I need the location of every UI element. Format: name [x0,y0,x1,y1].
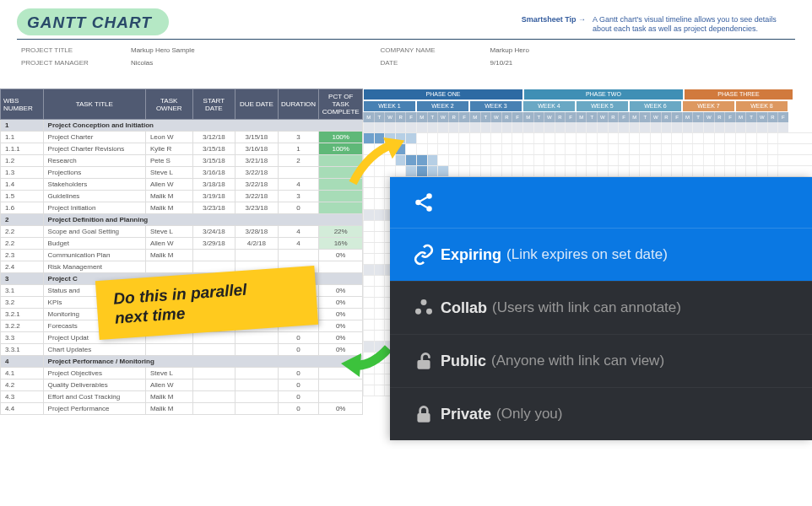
phase-label: PHASE ONE [363,89,523,100]
day-label: T [480,112,491,122]
tip-label: Smartsheet Tip → [522,15,586,24]
table-row[interactable]: 2.3Communication PlanMalik M0% [1,250,363,261]
tip: Smartsheet Tip → A Gantt chart's visual … [522,15,787,34]
table-row[interactable]: 1.1Project CharterLeon W3/12/183/15/1831… [1,132,363,143]
col-wbs: WBS NUMBER [1,89,44,120]
table-row[interactable]: 3.3.1Chart Updates00% [1,344,363,356]
lock-icon [407,403,441,425]
table-row[interactable]: 4Project Performance / Monitoring [1,356,363,368]
share-label: Private [441,406,491,423]
day-label: R [501,112,512,122]
day-label: F [565,112,576,122]
day-label: F [618,112,629,122]
day-label: M [363,112,374,122]
day-label: M [416,112,427,122]
day-label: W [756,112,767,122]
share-header[interactable] [390,177,812,228]
table-row[interactable]: 4.2Quality DeliverablesAllen W0 [1,380,363,391]
day-label: R [714,112,725,122]
table-row[interactable]: 1.5GuidelinesMalik M3/19/183/22/183 [1,191,363,202]
day-label: T [586,112,597,122]
day-label: R [555,112,566,122]
share-desc: (Only you) [496,406,562,423]
day-label: T [692,112,703,122]
table-row[interactable]: 1.6Project InitiationMalik M3/23/183/23/… [1,202,363,214]
col-due: DUE DATE [235,89,279,120]
collab-icon [407,297,441,319]
day-label: R [395,112,406,122]
day-label: W [703,112,714,122]
share-label: Collab [441,299,487,317]
day-label: F [512,112,522,122]
share-desc: (Link expires on set date) [506,246,668,263]
svg-point-0 [426,193,432,199]
table-row[interactable]: 4.4Project PerformanceMalik M00% [1,403,363,415]
day-label: R [661,112,672,122]
day-label: T [533,112,544,122]
col-pct: PCT OF TASK COMPLETE [319,89,363,120]
col-start: START DATE [192,89,235,120]
col-task: TASK TITLE [43,89,145,120]
meta-label: PROJECT MANAGER [21,59,106,67]
day-label: F [777,112,788,122]
share-label: Public [441,353,486,370]
day-label: M [576,112,587,122]
gantt-row [363,144,812,155]
share-desc: (Users with link can annotate) [492,299,681,316]
share-option-expiring[interactable]: Expiring (Link expires on set date) [390,228,812,281]
svg-rect-6 [417,360,430,369]
svg-point-3 [421,299,427,305]
day-label: M [735,112,746,122]
week-label: WEEK 4 [522,100,576,112]
phase-label: PHASE THREE [684,89,793,100]
meta-label: COMPANY NAME [381,46,465,54]
svg-point-2 [426,206,432,212]
day-label: T [745,112,756,122]
day-label: F [405,112,416,122]
share-option-public[interactable]: Public (Anyone with link can view) [390,334,812,387]
col-dur: DURATION [278,89,319,120]
table-row[interactable]: 4.3Effort and Cost TrackingMalik M0 [1,391,363,403]
day-label: M [629,112,640,122]
table-row[interactable]: 2.2Scope and Goal SettingSteve L3/24/183… [1,226,363,238]
table-row[interactable]: 2Project Definition and Planning [1,214,363,226]
table-row[interactable]: 1.2ResearchPete S3/15/183/21/182 [1,155,363,167]
day-label: F [458,112,469,122]
gantt-row [363,133,812,144]
table-row[interactable]: 1.1.1Project Charter RevisionsKylie R3/1… [1,143,363,155]
note-text: Do this in parallel [113,281,247,308]
week-label: WEEK 6 [629,100,682,112]
meta-value: 9/10/21 [490,59,513,67]
meta-value: Markup Hero [490,46,529,54]
svg-point-4 [415,309,421,315]
share-desc: (Anyone with link can view) [491,353,664,369]
week-label: WEEK 5 [576,100,629,112]
share-label: Expiring [441,246,501,264]
table-row[interactable]: 2.2BudgetAllen W3/29/184/2/18416% [1,238,363,250]
day-label: R [767,112,778,122]
day-label: W [384,112,395,122]
table-row[interactable]: 4.1Project ObjectivesSteve L0 [1,368,363,380]
week-label: WEEK 1 [363,100,416,112]
share-icon [407,191,441,213]
tip-text: A Gantt chart's visual timeline allows y… [593,15,787,34]
share-option-collab[interactable]: Collab (Users with link can annotate) [390,281,812,334]
week-label: WEEK 3 [469,100,522,112]
day-label: W [544,112,555,122]
svg-point-5 [426,309,432,315]
meta-value: Markup Hero Sample [131,46,195,54]
table-row[interactable]: 1.3ProjectionsSteve L3/16/183/22/18 [1,167,363,179]
table-row[interactable]: 1Project Conception and Initiation [1,120,363,132]
week-label: WEEK 2 [416,100,469,112]
unlock-icon [407,350,441,372]
share-option-private[interactable]: Private (Only you) [390,387,812,440]
week-label: WEEK 7 [682,100,735,112]
day-label: M [522,112,533,122]
link-icon [407,244,441,266]
day-label: W [650,112,661,122]
day-label: F [671,112,682,122]
note-text: next time [114,304,186,327]
table-row[interactable]: 1.4StakeholdersAllen W3/18/183/22/184 [1,179,363,191]
day-label: R [608,112,619,122]
day-label: W [597,112,608,122]
